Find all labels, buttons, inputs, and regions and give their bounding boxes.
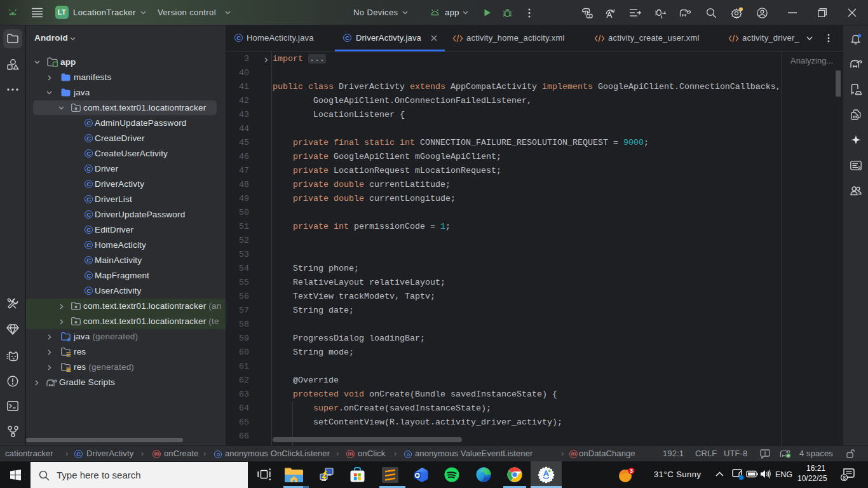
svg-text:8: 8 (843, 475, 846, 481)
svg-text:3: 3 (630, 468, 633, 474)
